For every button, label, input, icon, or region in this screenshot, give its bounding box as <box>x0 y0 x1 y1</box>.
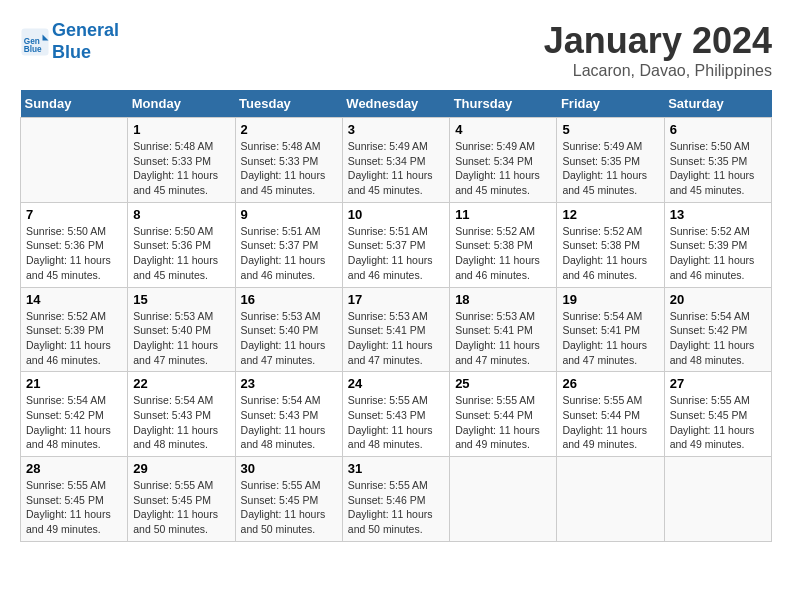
header-row: SundayMondayTuesdayWednesdayThursdayFrid… <box>21 90 772 118</box>
calendar-cell: 27Sunrise: 5:55 AM Sunset: 5:45 PM Dayli… <box>664 372 771 457</box>
day-number: 25 <box>455 376 551 391</box>
day-number: 2 <box>241 122 337 137</box>
day-number: 12 <box>562 207 658 222</box>
calendar-cell: 6Sunrise: 5:50 AM Sunset: 5:35 PM Daylig… <box>664 118 771 203</box>
day-number: 9 <box>241 207 337 222</box>
calendar-cell: 11Sunrise: 5:52 AM Sunset: 5:38 PM Dayli… <box>450 202 557 287</box>
title-block: January 2024 Lacaron, Davao, Philippines <box>544 20 772 80</box>
calendar-table: SundayMondayTuesdayWednesdayThursdayFrid… <box>20 90 772 542</box>
day-number: 26 <box>562 376 658 391</box>
day-info: Sunrise: 5:55 AM Sunset: 5:43 PM Dayligh… <box>348 393 444 452</box>
calendar-cell: 22Sunrise: 5:54 AM Sunset: 5:43 PM Dayli… <box>128 372 235 457</box>
day-number: 18 <box>455 292 551 307</box>
day-number: 13 <box>670 207 766 222</box>
day-info: Sunrise: 5:55 AM Sunset: 5:45 PM Dayligh… <box>241 478 337 537</box>
header-day-sunday: Sunday <box>21 90 128 118</box>
calendar-cell: 16Sunrise: 5:53 AM Sunset: 5:40 PM Dayli… <box>235 287 342 372</box>
day-info: Sunrise: 5:54 AM Sunset: 5:42 PM Dayligh… <box>670 309 766 368</box>
day-info: Sunrise: 5:55 AM Sunset: 5:45 PM Dayligh… <box>670 393 766 452</box>
day-info: Sunrise: 5:50 AM Sunset: 5:36 PM Dayligh… <box>26 224 122 283</box>
page-header: Gen Blue General Blue January 2024 Lacar… <box>20 20 772 80</box>
calendar-cell: 18Sunrise: 5:53 AM Sunset: 5:41 PM Dayli… <box>450 287 557 372</box>
calendar-cell: 25Sunrise: 5:55 AM Sunset: 5:44 PM Dayli… <box>450 372 557 457</box>
week-row-5: 28Sunrise: 5:55 AM Sunset: 5:45 PM Dayli… <box>21 457 772 542</box>
day-info: Sunrise: 5:54 AM Sunset: 5:43 PM Dayligh… <box>133 393 229 452</box>
calendar-cell: 19Sunrise: 5:54 AM Sunset: 5:41 PM Dayli… <box>557 287 664 372</box>
calendar-cell: 30Sunrise: 5:55 AM Sunset: 5:45 PM Dayli… <box>235 457 342 542</box>
day-number: 29 <box>133 461 229 476</box>
day-number: 21 <box>26 376 122 391</box>
calendar-cell: 31Sunrise: 5:55 AM Sunset: 5:46 PM Dayli… <box>342 457 449 542</box>
calendar-cell: 14Sunrise: 5:52 AM Sunset: 5:39 PM Dayli… <box>21 287 128 372</box>
day-number: 19 <box>562 292 658 307</box>
day-number: 10 <box>348 207 444 222</box>
day-number: 5 <box>562 122 658 137</box>
logo: Gen Blue General Blue <box>20 20 119 63</box>
header-day-thursday: Thursday <box>450 90 557 118</box>
day-number: 6 <box>670 122 766 137</box>
day-info: Sunrise: 5:55 AM Sunset: 5:44 PM Dayligh… <box>455 393 551 452</box>
day-info: Sunrise: 5:55 AM Sunset: 5:44 PM Dayligh… <box>562 393 658 452</box>
day-info: Sunrise: 5:52 AM Sunset: 5:38 PM Dayligh… <box>562 224 658 283</box>
day-info: Sunrise: 5:48 AM Sunset: 5:33 PM Dayligh… <box>241 139 337 198</box>
day-number: 22 <box>133 376 229 391</box>
calendar-cell: 23Sunrise: 5:54 AM Sunset: 5:43 PM Dayli… <box>235 372 342 457</box>
day-info: Sunrise: 5:49 AM Sunset: 5:35 PM Dayligh… <box>562 139 658 198</box>
day-number: 3 <box>348 122 444 137</box>
calendar-cell: 3Sunrise: 5:49 AM Sunset: 5:34 PM Daylig… <box>342 118 449 203</box>
svg-text:Blue: Blue <box>24 44 42 53</box>
day-number: 16 <box>241 292 337 307</box>
header-day-monday: Monday <box>128 90 235 118</box>
day-number: 11 <box>455 207 551 222</box>
calendar-cell: 5Sunrise: 5:49 AM Sunset: 5:35 PM Daylig… <box>557 118 664 203</box>
calendar-cell: 9Sunrise: 5:51 AM Sunset: 5:37 PM Daylig… <box>235 202 342 287</box>
calendar-cell: 29Sunrise: 5:55 AM Sunset: 5:45 PM Dayli… <box>128 457 235 542</box>
header-day-wednesday: Wednesday <box>342 90 449 118</box>
day-info: Sunrise: 5:51 AM Sunset: 5:37 PM Dayligh… <box>348 224 444 283</box>
day-number: 7 <box>26 207 122 222</box>
calendar-cell <box>664 457 771 542</box>
calendar-cell: 8Sunrise: 5:50 AM Sunset: 5:36 PM Daylig… <box>128 202 235 287</box>
day-info: Sunrise: 5:53 AM Sunset: 5:40 PM Dayligh… <box>133 309 229 368</box>
day-info: Sunrise: 5:55 AM Sunset: 5:45 PM Dayligh… <box>133 478 229 537</box>
calendar-cell: 15Sunrise: 5:53 AM Sunset: 5:40 PM Dayli… <box>128 287 235 372</box>
day-info: Sunrise: 5:54 AM Sunset: 5:43 PM Dayligh… <box>241 393 337 452</box>
calendar-cell: 10Sunrise: 5:51 AM Sunset: 5:37 PM Dayli… <box>342 202 449 287</box>
day-info: Sunrise: 5:54 AM Sunset: 5:42 PM Dayligh… <box>26 393 122 452</box>
day-number: 14 <box>26 292 122 307</box>
day-number: 15 <box>133 292 229 307</box>
calendar-cell: 13Sunrise: 5:52 AM Sunset: 5:39 PM Dayli… <box>664 202 771 287</box>
day-number: 28 <box>26 461 122 476</box>
day-info: Sunrise: 5:55 AM Sunset: 5:45 PM Dayligh… <box>26 478 122 537</box>
calendar-cell: 28Sunrise: 5:55 AM Sunset: 5:45 PM Dayli… <box>21 457 128 542</box>
calendar-cell: 21Sunrise: 5:54 AM Sunset: 5:42 PM Dayli… <box>21 372 128 457</box>
day-info: Sunrise: 5:52 AM Sunset: 5:38 PM Dayligh… <box>455 224 551 283</box>
day-info: Sunrise: 5:50 AM Sunset: 5:35 PM Dayligh… <box>670 139 766 198</box>
day-number: 31 <box>348 461 444 476</box>
day-info: Sunrise: 5:49 AM Sunset: 5:34 PM Dayligh… <box>348 139 444 198</box>
day-number: 27 <box>670 376 766 391</box>
day-info: Sunrise: 5:54 AM Sunset: 5:41 PM Dayligh… <box>562 309 658 368</box>
day-info: Sunrise: 5:53 AM Sunset: 5:41 PM Dayligh… <box>348 309 444 368</box>
calendar-cell: 26Sunrise: 5:55 AM Sunset: 5:44 PM Dayli… <box>557 372 664 457</box>
logo-text: General Blue <box>52 20 119 63</box>
location-subtitle: Lacaron, Davao, Philippines <box>544 62 772 80</box>
calendar-cell: 4Sunrise: 5:49 AM Sunset: 5:34 PM Daylig… <box>450 118 557 203</box>
day-number: 24 <box>348 376 444 391</box>
week-row-4: 21Sunrise: 5:54 AM Sunset: 5:42 PM Dayli… <box>21 372 772 457</box>
day-info: Sunrise: 5:55 AM Sunset: 5:46 PM Dayligh… <box>348 478 444 537</box>
day-number: 1 <box>133 122 229 137</box>
calendar-cell: 12Sunrise: 5:52 AM Sunset: 5:38 PM Dayli… <box>557 202 664 287</box>
day-info: Sunrise: 5:53 AM Sunset: 5:41 PM Dayligh… <box>455 309 551 368</box>
day-info: Sunrise: 5:49 AM Sunset: 5:34 PM Dayligh… <box>455 139 551 198</box>
calendar-cell: 7Sunrise: 5:50 AM Sunset: 5:36 PM Daylig… <box>21 202 128 287</box>
day-info: Sunrise: 5:51 AM Sunset: 5:37 PM Dayligh… <box>241 224 337 283</box>
day-info: Sunrise: 5:52 AM Sunset: 5:39 PM Dayligh… <box>26 309 122 368</box>
day-number: 17 <box>348 292 444 307</box>
header-day-tuesday: Tuesday <box>235 90 342 118</box>
logo-icon: Gen Blue <box>20 27 50 57</box>
day-info: Sunrise: 5:50 AM Sunset: 5:36 PM Dayligh… <box>133 224 229 283</box>
calendar-title: January 2024 <box>544 20 772 62</box>
week-row-1: 1Sunrise: 5:48 AM Sunset: 5:33 PM Daylig… <box>21 118 772 203</box>
week-row-3: 14Sunrise: 5:52 AM Sunset: 5:39 PM Dayli… <box>21 287 772 372</box>
